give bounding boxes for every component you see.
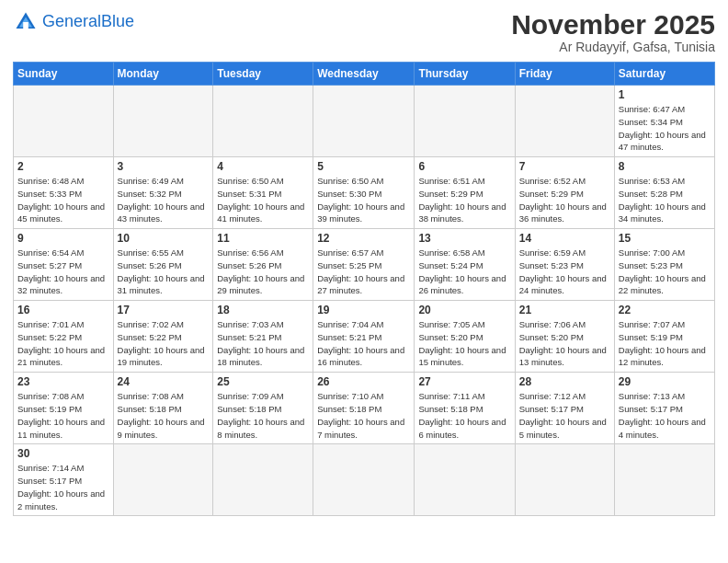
calendar-cell [515, 444, 614, 516]
day-info: Sunrise: 7:13 AMSunset: 5:17 PMDaylight:… [619, 390, 711, 441]
calendar-header-thursday: Thursday [415, 63, 515, 86]
header: GeneralBlue November 2025 Ar Rudayyif, G… [13, 9, 715, 54]
day-number: 9 [17, 232, 109, 245]
day-info: Sunrise: 7:01 AMSunset: 5:22 PMDaylight:… [17, 318, 109, 369]
calendar-cell: 8Sunrise: 6:53 AMSunset: 5:28 PMDaylight… [614, 157, 714, 229]
day-info: Sunrise: 7:08 AMSunset: 5:19 PMDaylight:… [17, 390, 109, 441]
day-number: 19 [317, 304, 410, 316]
calendar-cell: 20Sunrise: 7:05 AMSunset: 5:20 PMDayligh… [415, 301, 515, 373]
calendar-header-monday: Monday [113, 63, 213, 86]
day-number: 1 [619, 88, 711, 101]
calendar-header-sunday: Sunday [14, 63, 114, 86]
day-info: Sunrise: 7:08 AMSunset: 5:18 PMDaylight:… [118, 390, 210, 441]
day-info: Sunrise: 6:54 AMSunset: 5:27 PMDaylight:… [17, 247, 109, 297]
calendar-header-wednesday: Wednesday [313, 63, 415, 86]
day-info: Sunrise: 7:10 AMSunset: 5:18 PMDaylight:… [317, 390, 410, 441]
calendar-header-tuesday: Tuesday [213, 63, 313, 86]
day-number: 7 [519, 160, 610, 173]
day-number: 5 [317, 160, 410, 173]
calendar-cell: 13Sunrise: 6:58 AMSunset: 5:24 PMDayligh… [415, 229, 515, 301]
calendar-cell: 26Sunrise: 7:10 AMSunset: 5:18 PMDayligh… [313, 373, 415, 444]
day-info: Sunrise: 6:50 AMSunset: 5:31 PMDaylight:… [217, 175, 309, 225]
calendar-cell: 14Sunrise: 6:59 AMSunset: 5:23 PMDayligh… [515, 229, 614, 301]
day-info: Sunrise: 6:51 AMSunset: 5:29 PMDaylight:… [418, 175, 510, 225]
day-info: Sunrise: 7:12 AMSunset: 5:17 PMDaylight:… [519, 390, 610, 441]
calendar-week-1: 1Sunrise: 6:47 AMSunset: 5:34 PMDaylight… [14, 86, 715, 157]
calendar-cell: 7Sunrise: 6:52 AMSunset: 5:29 PMDaylight… [515, 157, 614, 229]
calendar-cell: 2Sunrise: 6:48 AMSunset: 5:33 PMDaylight… [14, 157, 114, 229]
calendar-cell: 25Sunrise: 7:09 AMSunset: 5:18 PMDayligh… [213, 373, 313, 444]
day-info: Sunrise: 7:05 AMSunset: 5:20 PMDaylight:… [418, 318, 510, 369]
calendar-week-6: 30Sunrise: 7:14 AMSunset: 5:17 PMDayligh… [14, 444, 715, 516]
day-info: Sunrise: 6:57 AMSunset: 5:25 PMDaylight:… [317, 247, 410, 297]
calendar-header-friday: Friday [515, 63, 614, 86]
day-number: 18 [217, 304, 309, 316]
logo: GeneralBlue [13, 9, 134, 35]
calendar-cell [515, 86, 614, 157]
day-number: 2 [17, 160, 109, 173]
calendar-cell: 29Sunrise: 7:13 AMSunset: 5:17 PMDayligh… [614, 373, 714, 444]
day-number: 11 [217, 232, 309, 245]
calendar-cell: 27Sunrise: 7:11 AMSunset: 5:18 PMDayligh… [415, 373, 515, 444]
page: GeneralBlue November 2025 Ar Rudayyif, G… [0, 0, 728, 563]
day-number: 6 [418, 160, 510, 173]
calendar-cell [415, 444, 515, 516]
day-info: Sunrise: 6:48 AMSunset: 5:33 PMDaylight:… [17, 175, 109, 225]
day-number: 15 [619, 232, 711, 245]
calendar-week-5: 23Sunrise: 7:08 AMSunset: 5:19 PMDayligh… [14, 373, 715, 444]
day-number: 22 [619, 304, 711, 316]
day-info: Sunrise: 6:50 AMSunset: 5:30 PMDaylight:… [317, 175, 410, 225]
calendar-cell: 5Sunrise: 6:50 AMSunset: 5:30 PMDaylight… [313, 157, 415, 229]
calendar-cell [113, 86, 213, 157]
day-number: 16 [17, 304, 109, 316]
day-info: Sunrise: 7:04 AMSunset: 5:21 PMDaylight:… [317, 318, 410, 369]
location: Ar Rudayyif, Gafsa, Tunisia [511, 40, 715, 54]
calendar-week-3: 9Sunrise: 6:54 AMSunset: 5:27 PMDaylight… [14, 229, 715, 301]
day-info: Sunrise: 6:52 AMSunset: 5:29 PMDaylight:… [519, 175, 610, 225]
calendar-cell: 28Sunrise: 7:12 AMSunset: 5:17 PMDayligh… [515, 373, 614, 444]
calendar-cell: 21Sunrise: 7:06 AMSunset: 5:20 PMDayligh… [515, 301, 614, 373]
day-info: Sunrise: 6:47 AMSunset: 5:34 PMDaylight:… [619, 103, 711, 154]
calendar-header-saturday: Saturday [614, 63, 714, 86]
logo-text: GeneralBlue [42, 13, 134, 31]
calendar-cell [113, 444, 213, 516]
day-number: 21 [519, 304, 610, 316]
calendar-cell: 3Sunrise: 6:49 AMSunset: 5:32 PMDaylight… [113, 157, 213, 229]
calendar-cell [614, 444, 714, 516]
day-info: Sunrise: 7:14 AMSunset: 5:17 PMDaylight:… [17, 462, 109, 512]
day-info: Sunrise: 6:49 AMSunset: 5:32 PMDaylight:… [118, 175, 210, 225]
day-number: 30 [17, 447, 109, 460]
day-number: 23 [17, 375, 109, 388]
day-number: 17 [118, 304, 210, 316]
calendar-cell [415, 86, 515, 157]
day-info: Sunrise: 6:53 AMSunset: 5:28 PMDaylight:… [619, 175, 711, 225]
calendar-cell: 11Sunrise: 6:56 AMSunset: 5:26 PMDayligh… [213, 229, 313, 301]
calendar-cell: 4Sunrise: 6:50 AMSunset: 5:31 PMDaylight… [213, 157, 313, 229]
title-block: November 2025 Ar Rudayyif, Gafsa, Tunisi… [511, 9, 715, 54]
day-info: Sunrise: 6:55 AMSunset: 5:26 PMDaylight:… [118, 247, 210, 297]
calendar-cell: 10Sunrise: 6:55 AMSunset: 5:26 PMDayligh… [113, 229, 213, 301]
calendar-cell [14, 86, 114, 157]
calendar-cell: 22Sunrise: 7:07 AMSunset: 5:19 PMDayligh… [614, 301, 714, 373]
day-number: 29 [619, 375, 711, 388]
month-title: November 2025 [511, 9, 715, 40]
calendar-cell [213, 86, 313, 157]
day-number: 27 [418, 375, 510, 388]
day-number: 3 [118, 160, 210, 173]
calendar-cell: 6Sunrise: 6:51 AMSunset: 5:29 PMDaylight… [415, 157, 515, 229]
day-number: 13 [418, 232, 510, 245]
day-number: 28 [519, 375, 610, 388]
calendar-cell: 17Sunrise: 7:02 AMSunset: 5:22 PMDayligh… [113, 301, 213, 373]
day-number: 24 [118, 375, 210, 388]
day-number: 10 [118, 232, 210, 245]
day-info: Sunrise: 6:56 AMSunset: 5:26 PMDaylight:… [217, 247, 309, 297]
day-info: Sunrise: 7:11 AMSunset: 5:18 PMDaylight:… [418, 390, 510, 441]
svg-rect-2 [23, 22, 28, 29]
day-info: Sunrise: 6:58 AMSunset: 5:24 PMDaylight:… [418, 247, 510, 297]
day-info: Sunrise: 7:09 AMSunset: 5:18 PMDaylight:… [217, 390, 309, 441]
day-info: Sunrise: 7:06 AMSunset: 5:20 PMDaylight:… [519, 318, 610, 369]
calendar-cell: 1Sunrise: 6:47 AMSunset: 5:34 PMDaylight… [614, 86, 714, 157]
calendar-cell: 9Sunrise: 6:54 AMSunset: 5:27 PMDaylight… [14, 229, 114, 301]
calendar-cell: 18Sunrise: 7:03 AMSunset: 5:21 PMDayligh… [213, 301, 313, 373]
calendar-cell: 15Sunrise: 7:00 AMSunset: 5:23 PMDayligh… [614, 229, 714, 301]
